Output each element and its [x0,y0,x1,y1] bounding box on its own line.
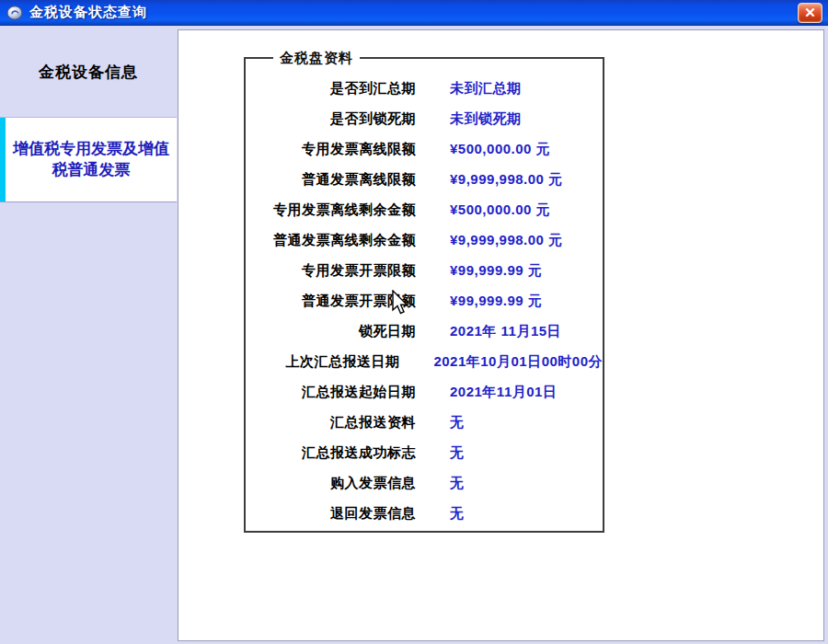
row-value: ¥9,999,998.00 元 [416,232,563,249]
close-button[interactable]: ✕ [798,3,822,23]
sidebar: 金税设备信息 增值税专用发票及增值税普通发票 [0,26,178,644]
info-row: 普通发票离线限额¥9,999,998.00 元 [246,165,603,195]
row-label: 普通发票开票限额 [246,293,416,310]
info-row: 上次汇总报送日期2021年10月01日00时00分 [246,347,603,377]
info-row: 是否到汇总期未到汇总期 [246,74,603,104]
title-bar[interactable]: 金税设备状态查询 ✕ [0,0,828,26]
row-label: 普通发票离线剩余金额 [246,232,416,249]
row-value: ¥500,000.00 元 [416,141,550,158]
row-label: 汇总报送资料 [246,414,416,431]
row-value: ¥99,999.99 元 [416,262,542,280]
info-row: 汇总报送成功标志无 [246,438,603,468]
tax-disk-groupbox: 金税盘资料 是否到汇总期未到汇总期是否到锁死期未到锁死期专用发票离线限额¥500… [244,57,604,533]
info-row: 退回发票信息无 [246,499,603,529]
row-label: 专用发票离线限额 [246,141,416,158]
app-window: 金税设备状态查询 ✕ 金税设备信息 增值税专用发票及增值税普通发票 金税盘资料 … [0,0,828,644]
row-label: 锁死日期 [246,323,416,340]
info-row: 汇总报送资料无 [246,408,603,438]
info-row: 专用发票开票限额¥99,999.99 元 [246,256,603,286]
selected-tab-stripe [0,118,6,201]
row-label: 是否到锁死期 [246,110,416,128]
row-value: 无 [416,505,465,523]
info-row: 购入发票信息无 [246,468,603,499]
info-row: 锁死日期2021年 11月15日 [246,316,603,347]
row-label: 上次汇总报送日期 [246,353,399,371]
info-row: 汇总报送起始日期2021年11月01日 [246,377,603,408]
row-label: 普通发票离线限额 [246,171,416,189]
sidebar-item-label: 增值税专用发票及增值税普通发票 [11,139,171,181]
row-value: 无 [416,414,465,431]
row-value: ¥500,000.00 元 [416,201,550,219]
sidebar-item-device-info[interactable]: 金税设备信息 [0,28,177,116]
row-label: 专用发票离线剩余金额 [246,201,416,219]
info-row: 专用发票离线剩余金额¥500,000.00 元 [246,195,603,225]
row-value: 2021年11月01日 [416,384,557,401]
main-panel: 金税盘资料 是否到汇总期未到汇总期是否到锁死期未到锁死期专用发票离线限额¥500… [178,29,824,641]
row-label: 退回发票信息 [246,505,416,523]
row-value: 无 [416,444,465,462]
sidebar-item-vat-invoices[interactable]: 增值税专用发票及增值税普通发票 [0,117,177,202]
row-label: 专用发票开票限额 [246,262,416,280]
row-value: 未到汇总期 [416,80,522,98]
app-icon [6,5,23,21]
row-label: 汇总报送起始日期 [246,384,416,401]
groupbox-legend: 金税盘资料 [273,50,360,67]
row-value: 2021年 11月15日 [416,323,561,340]
info-row: 普通发票开票限额¥99,999.99 元 [246,286,603,316]
row-label: 购入发票信息 [246,475,416,492]
row-value: ¥9,999,998.00 元 [416,171,563,189]
row-value: 2021年10月01日00时00分 [399,353,603,371]
info-row: 是否到锁死期未到锁死期 [246,104,603,134]
info-rows: 是否到汇总期未到汇总期是否到锁死期未到锁死期专用发票离线限额¥500,000.0… [246,74,603,529]
row-value: ¥99,999.99 元 [416,293,542,310]
info-row: 普通发票离线剩余金额¥9,999,998.00 元 [246,225,603,256]
info-row: 专用发票离线限额¥500,000.00 元 [246,134,603,165]
sidebar-item-label: 金税设备信息 [39,62,138,83]
row-label: 是否到汇总期 [246,80,416,98]
window-title: 金税设备状态查询 [29,4,147,21]
row-value: 未到锁死期 [416,110,522,128]
row-value: 无 [416,475,465,492]
row-label: 汇总报送成功标志 [246,444,416,462]
